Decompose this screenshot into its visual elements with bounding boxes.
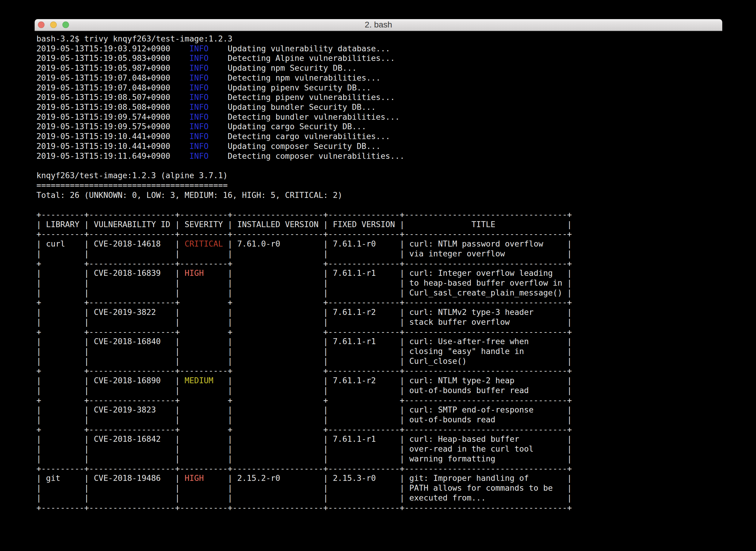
text-segment: 2019-05-13T15:19:08.507+0900 [36, 92, 189, 102]
terminal-line: 2019-05-13T15:19:10.441+0900 INFO Detect… [36, 132, 722, 141]
text-segment: | | | | | | PATH allows for commands to … [36, 483, 572, 493]
terminal-line: bash-3.2$ trivy knqyf263/test-image:1.2.… [36, 34, 722, 44]
text-segment: ======================================== [36, 180, 228, 190]
window-title-bar[interactable]: 2. bash [35, 19, 722, 31]
text-segment: +---------+------------------+----------… [36, 503, 572, 512]
text-segment: +---------+------------------+----------… [36, 464, 572, 473]
terminal-line: | | | | | | out-of-bounds read | [36, 415, 722, 425]
text-segment: | | 7.61.1-r2 | curl: NTLM type-2 heap | [213, 376, 572, 385]
terminal-line: | | | | | | to heap-based buffer overflo… [36, 278, 722, 288]
severity-text: HIGH [184, 473, 204, 483]
terminal-line: + +------------------+ + +--------------… [36, 298, 722, 308]
terminal-line: Total: 26 (UNKNOWN: 0, LOW: 3, MEDIUM: 1… [36, 190, 722, 200]
severity-text: INFO [189, 53, 209, 63]
terminal-line: | | | | | | Curl_sasl_create_plain_messa… [36, 288, 722, 298]
terminal-line: | | | | | | executed from... | [36, 493, 722, 503]
terminal-line: +---------+------------------+----------… [36, 229, 722, 239]
terminal-line [36, 161, 722, 171]
severity-text: HIGH [184, 268, 204, 278]
text-segment: Detecting pipenv vulnerabilities... [209, 92, 395, 102]
terminal-line: knqyf263/test-image:1.2.3 (alpine 3.7.1) [36, 171, 722, 180]
terminal-line: | | | | | | over-read in the curl tool | [36, 444, 722, 454]
terminal-line: 2019-05-13T15:19:07.048+0900 INFO Detect… [36, 73, 722, 83]
text-segment: Detecting composer vulnerabilities... [209, 151, 404, 160]
text-segment: 2019-05-13T15:19:05.987+0900 [36, 63, 189, 72]
terminal-line: + +------------------+----------+ +-----… [36, 366, 722, 376]
text-segment: + +------------------+ + +--------------… [36, 327, 572, 337]
text-segment: + +------------------+ + +--------------… [36, 425, 572, 434]
text-segment: bash-3.2$ trivy knqyf263/test-image:1.2.… [36, 34, 232, 43]
text-segment: | | | | | | closing "easy" handle in | [36, 347, 572, 356]
text-segment: | | CVE-2018-16890 | [36, 376, 184, 385]
terminal-line: | | | | | | PATH allows for commands to … [36, 483, 722, 493]
terminal-line: | | | | | | stack buffer overflow | [36, 317, 722, 327]
text-segment: | 2.15.2-r0 | 2.15.3-r0 | git: Improper … [204, 473, 572, 483]
text-segment: | | | | | | via integer overflow | [36, 249, 572, 258]
window-title: 2. bash [35, 20, 722, 30]
severity-text: INFO [189, 44, 209, 53]
terminal-line: | | | | | | warning formatting | [36, 454, 722, 464]
terminal-line: 2019-05-13T15:19:08.508+0900 INFO Updati… [36, 102, 722, 112]
terminal-line: +---------+------------------+----------… [36, 210, 722, 220]
terminal-line: | | CVE-2018-16840 | | | 7.61.1-r1 | cur… [36, 337, 722, 347]
text-segment: 2019-05-13T15:19:08.508+0900 [36, 102, 189, 112]
text-segment: | | | | | | stack buffer overflow | [36, 317, 572, 327]
text-segment: Detecting Alpine vulnerabilities... [209, 53, 395, 63]
text-segment: +---------+------------------+----------… [36, 210, 572, 219]
terminal-line: 2019-05-13T15:19:07.048+0900 INFO Updati… [36, 83, 722, 93]
terminal-line: | git | CVE-2018-19486 | HIGH | 2.15.2-r… [36, 473, 722, 483]
terminal-line: | | | | | | closing "easy" handle in | [36, 347, 722, 357]
terminal-line: 2019-05-13T15:19:05.987+0900 INFO Updati… [36, 63, 722, 73]
text-segment: Updating bundler Security DB... [209, 102, 376, 112]
severity-text: INFO [189, 151, 209, 160]
terminal-line: 2019-05-13T15:19:05.983+0900 INFO Detect… [36, 53, 722, 63]
severity-text: INFO [189, 92, 209, 102]
terminal-line: | | CVE-2018-16890 | MEDIUM | | 7.61.1-r… [36, 376, 722, 386]
text-segment: | | 7.61.1-r1 | curl: Integer overflow l… [204, 268, 572, 278]
terminal-line: +---------+------------------+----------… [36, 503, 722, 513]
text-segment: Updating pipenv Security DB... [209, 83, 371, 92]
text-segment: | LIBRARY | VULNERABILITY ID | SEVERITY … [36, 220, 572, 229]
severity-text: INFO [189, 63, 209, 72]
severity-text: INFO [189, 141, 209, 151]
text-segment: 2019-05-13T15:19:07.048+0900 [36, 73, 189, 82]
terminal-line: + +------------------+ + +--------------… [36, 327, 722, 337]
terminal-line: | curl | CVE-2018-14618 | CRITICAL | 7.6… [36, 239, 722, 249]
terminal-line: 2019-05-13T15:19:03.912+0900 INFO Updati… [36, 44, 722, 54]
text-segment: 2019-05-13T15:19:05.983+0900 [36, 53, 189, 63]
minimize-button[interactable] [50, 21, 57, 28]
terminal-line: | | CVE-2018-16839 | HIGH | | 7.61.1-r1 … [36, 268, 722, 278]
text-segment: +---------+------------------+----------… [36, 229, 572, 238]
text-segment: knqyf263/test-image:1.2.3 (alpine 3.7.1) [36, 171, 228, 180]
text-segment: 2019-05-13T15:19:09.574+0900 [36, 112, 189, 121]
text-segment: | | | | | | Curl_sasl_create_plain_messa… [36, 288, 572, 297]
terminal-line: 2019-05-13T15:19:09.575+0900 INFO Updati… [36, 122, 722, 132]
text-segment: 2019-05-13T15:19:07.048+0900 [36, 83, 189, 92]
text-segment: Detecting cargo vulnerabilities... [209, 132, 390, 141]
text-segment: | git | CVE-2018-19486 | [36, 473, 184, 483]
zoom-button[interactable] [62, 21, 69, 28]
terminal-output[interactable]: bash-3.2$ trivy knqyf263/test-image:1.2.… [35, 31, 722, 513]
terminal-line: | | CVE-2019-3823 | | | | curl: SMTP end… [36, 405, 722, 415]
text-segment: | | CVE-2018-16840 | | | 7.61.1-r1 | cur… [36, 337, 572, 346]
text-segment: | 7.61.0-r0 | 7.61.1-r0 | curl: NTLM pas… [223, 239, 572, 248]
text-segment: | | | | | | over-read in the curl tool | [36, 444, 572, 453]
close-button[interactable] [38, 21, 44, 28]
terminal-line: 2019-05-13T15:19:09.574+0900 INFO Detect… [36, 112, 722, 122]
text-segment: | | CVE-2019-3823 | | | | curl: SMTP end… [36, 405, 572, 414]
text-segment: | | | | | | warning formatting | [36, 454, 572, 463]
text-segment: + +------------------+ + +--------------… [36, 298, 572, 307]
text-segment: | | | | | | to heap-based buffer overflo… [36, 278, 572, 288]
severity-text: INFO [189, 83, 209, 92]
text-segment: + +------------------+----------+ +-----… [36, 259, 572, 268]
text-segment: | | | | | | out-of-bounds buffer read | [36, 386, 572, 395]
text-segment: | | | | | | executed from... | [36, 493, 572, 502]
terminal-line: + +------------------+ + +--------------… [36, 425, 722, 435]
terminal-line: | LIBRARY | VULNERABILITY ID | SEVERITY … [36, 220, 722, 229]
text-segment: 2019-05-13T15:19:09.575+0900 [36, 122, 189, 131]
text-segment: | | CVE-2018-16839 | [36, 268, 184, 278]
terminal-line: 2019-05-13T15:19:10.441+0900 INFO Updati… [36, 141, 722, 151]
severity-text: CRITICAL [184, 239, 223, 248]
terminal-line: | | CVE-2019-3822 | | | 7.61.1-r2 | curl… [36, 308, 722, 317]
text-segment: Detecting npm vulnerabilities... [209, 73, 380, 82]
